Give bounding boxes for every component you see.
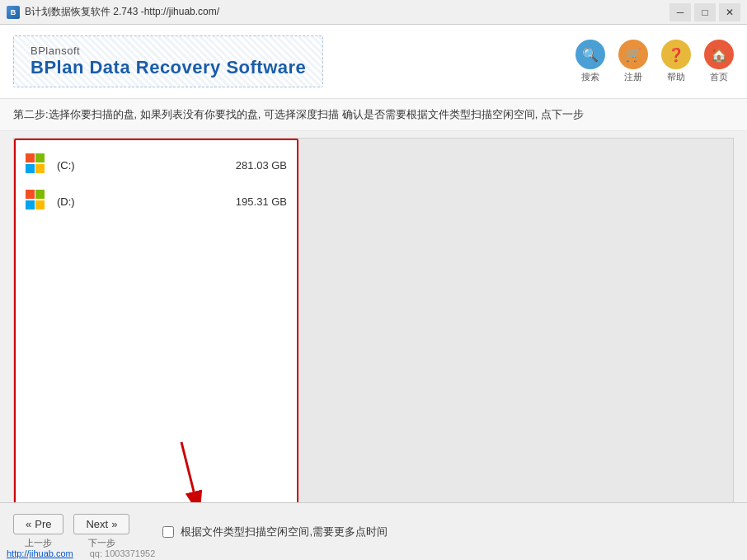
- drive-item-d[interactable]: (D:) 195.31 GB: [16, 183, 297, 219]
- help-toolbar-item[interactable]: ❓ 帮助: [661, 40, 691, 83]
- title-bar: B B计划数据恢复软件 2.743 -http://jihuab.com/ ─ …: [0, 0, 747, 25]
- next-button[interactable]: Next »: [73, 514, 129, 534]
- footer-qq: qq: 1003371952: [90, 548, 156, 558]
- search-toolbar-item[interactable]: 🔍 搜索: [576, 40, 605, 83]
- pre-btn-row: « Pre: [13, 514, 63, 534]
- pre-icon: «: [26, 518, 31, 530]
- pre-sub-label: 上一步: [25, 537, 52, 549]
- help-label: 帮助: [667, 71, 685, 83]
- window-title: B计划数据恢复软件 2.743 -http://jihuab.com/: [25, 5, 219, 19]
- brand-top-text: BPlansoft: [31, 45, 306, 57]
- register-icon: 🛒: [618, 40, 648, 69]
- toolbar-icons: 🔍 搜索 🛒 注册 ❓ 帮助 🏠 首页: [576, 40, 734, 83]
- register-label: 注册: [624, 71, 642, 83]
- minimize-button[interactable]: ─: [669, 3, 691, 21]
- brand-area: BPlansoft BPlan Data Recovery Software: [13, 35, 323, 87]
- drive-size-d: 195.31 GB: [236, 195, 287, 208]
- drive-icon-d: [26, 190, 49, 213]
- app-icon: B: [7, 6, 20, 19]
- next-sub-label: 下一步: [88, 537, 115, 549]
- drive-item-c[interactable]: (C:) 281.03 GB: [16, 147, 297, 183]
- title-bar-controls: ─ □ ✕: [669, 3, 740, 21]
- drive-list: (C:) 281.03 GB (D:) 195.31 GB: [16, 140, 297, 226]
- home-label: 首页: [710, 71, 728, 83]
- drive-icon-c: [26, 153, 49, 176]
- next-icon: »: [111, 518, 117, 530]
- pre-button[interactable]: « Pre: [13, 514, 63, 534]
- checkbox-area: 根据文件类型扫描空闲空间,需要更多点时间: [162, 525, 388, 539]
- help-icon: ❓: [661, 40, 691, 69]
- header: BPlansoft BPlan Data Recovery Software 🔍…: [0, 25, 747, 99]
- next-btn-row: Next »: [73, 514, 129, 534]
- windows-logo-c: [26, 153, 45, 173]
- home-toolbar-item[interactable]: 🏠 首页: [704, 40, 734, 83]
- checkbox-label: 根据文件类型扫描空闲空间,需要更多点时间: [181, 525, 388, 539]
- footer-link-website[interactable]: http://jihuab.com: [7, 548, 73, 558]
- pre-button-group: « Pre 上一步: [13, 514, 63, 549]
- step-instruction-text: 第二步:选择你要扫描的盘, 如果列表没有你要找的盘, 可选择深度扫描 确认是否需…: [13, 108, 584, 120]
- step-instruction: 第二步:选择你要扫描的盘, 如果列表没有你要找的盘, 可选择深度扫描 确认是否需…: [0, 99, 747, 131]
- main-content: (C:) 281.03 GB (D:) 195.31 GB: [13, 138, 734, 510]
- maximize-button[interactable]: □: [694, 3, 716, 21]
- right-panel: [298, 139, 733, 509]
- drive-size-c: 281.03 GB: [236, 159, 287, 172]
- close-button[interactable]: ✕: [719, 3, 740, 21]
- register-toolbar-item[interactable]: 🛒 注册: [618, 40, 648, 83]
- windows-logo-d: [26, 190, 45, 209]
- next-button-group: Next » 下一步: [73, 514, 129, 549]
- title-bar-left: B B计划数据恢复软件 2.743 -http://jihuab.com/: [7, 5, 219, 19]
- brand-name-text: BPlan Data Recovery Software: [31, 57, 306, 78]
- search-icon: 🔍: [576, 40, 605, 69]
- next-label: Next: [86, 518, 108, 530]
- footer-links: http://jihuab.com qq: 1003371952: [7, 548, 155, 558]
- search-label: 搜索: [581, 71, 599, 83]
- drive-label-d: (D:): [57, 195, 228, 208]
- drive-label-c: (C:): [57, 159, 228, 172]
- drive-list-panel: (C:) 281.03 GB (D:) 195.31 GB: [14, 139, 298, 509]
- bottom-bar: « Pre 上一步 Next » 下一步 根据文件类型扫描空闲空间,需要更多点时…: [0, 502, 747, 560]
- home-icon: 🏠: [704, 40, 734, 69]
- pre-label: Pre: [35, 518, 51, 530]
- filetype-scan-checkbox[interactable]: [162, 526, 174, 538]
